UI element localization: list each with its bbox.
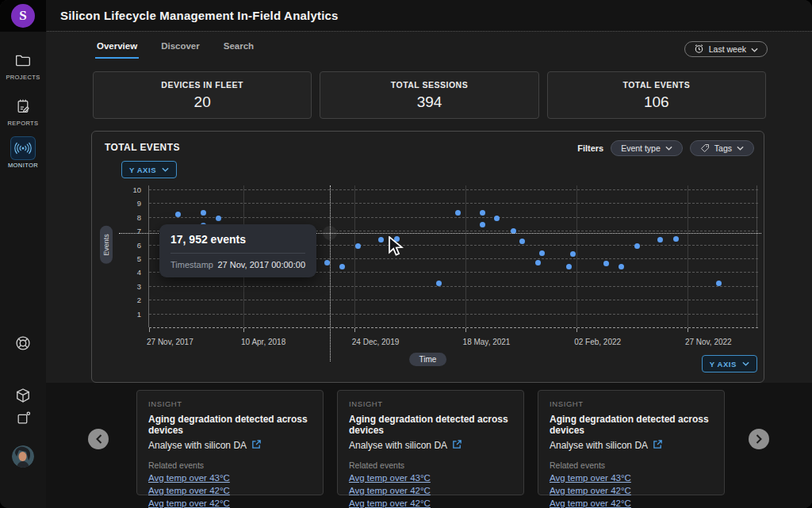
tab-overview[interactable]: Overview <box>95 38 139 59</box>
tooltip-timestamp-label: Timestamp <box>170 260 213 269</box>
chart-filters: Filters Event type Tags <box>577 140 754 156</box>
folder-icon <box>11 49 35 71</box>
x-gridline <box>354 185 355 327</box>
user-avatar-button[interactable] <box>0 445 46 468</box>
app-logo-block[interactable]: S <box>0 0 46 32</box>
sidebar-item-label: PROJECTS <box>6 74 40 81</box>
related-events-label: Related events <box>550 460 713 470</box>
sidebar: PROJECTSREPORTSMONITOR <box>0 32 46 508</box>
y-tick-label: 6 <box>117 240 141 249</box>
related-event-link[interactable]: Avg temp over 43°C <box>349 473 512 483</box>
tab-discover[interactable]: Discover <box>159 38 201 59</box>
stat-value: 394 <box>417 94 442 111</box>
chart-tooltip: 17, 952 events Timestamp 27 Nov, 2017 00… <box>159 224 316 277</box>
data-point[interactable] <box>480 222 485 227</box>
data-point[interactable] <box>436 281 442 286</box>
data-point[interactable] <box>175 212 181 217</box>
x-axis-tick <box>576 328 577 332</box>
related-event-link[interactable]: Avg temp over 42°C <box>550 498 713 508</box>
x-axis-tick <box>465 328 466 332</box>
insight-eyebrow: INSIGHT <box>550 399 713 408</box>
analyse-with-silicon-da-link[interactable]: Analyse with silicon DA <box>550 439 713 452</box>
related-event-link[interactable]: Avg temp over 42°C <box>349 486 512 495</box>
stat-label: DEVICES IN FLEET <box>161 80 243 90</box>
stat-label: TOTAL EVENTS <box>622 80 690 90</box>
x-tick-label: 10 Apr, 2018 <box>241 338 285 346</box>
app-logo: S <box>11 4 35 28</box>
y-axis-selector-top[interactable]: Y AXIS <box>121 161 177 178</box>
data-point[interactable] <box>657 237 663 243</box>
related-events-label: Related events <box>349 460 512 470</box>
report-icon <box>11 95 35 117</box>
data-point[interactable] <box>619 264 624 269</box>
x-axis-line <box>149 327 758 328</box>
y-tick-label: 7 <box>117 227 141 235</box>
app-header: S Silicon Lifecycle Management In-Field … <box>0 0 812 32</box>
tags-filter[interactable]: Tags <box>690 140 754 156</box>
y-tick-label: 8 <box>117 212 141 221</box>
x-tick-label: 18 May, 2021 <box>463 338 511 346</box>
data-point[interactable] <box>355 243 361 249</box>
insight-title: Aging degradation detected across device… <box>349 414 512 436</box>
main-content: OverviewDiscoverSearch Last week DEVICES… <box>46 32 812 508</box>
analyse-with-silicon-da-link[interactable]: Analyse with silicon DA <box>148 439 312 452</box>
related-event-link[interactable]: Avg temp over 42°C <box>148 486 312 495</box>
related-event-link[interactable]: Avg temp over 42°C <box>148 498 312 508</box>
y-tick-label: 4 <box>117 268 141 277</box>
chevron-down-icon <box>742 361 749 366</box>
related-events-label: Related events <box>148 460 312 470</box>
insight-eyebrow: INSIGHT <box>349 399 512 408</box>
x-axis-label-pill: Time <box>409 353 447 366</box>
data-point[interactable] <box>394 236 400 242</box>
data-point[interactable] <box>716 281 722 286</box>
data-point[interactable] <box>570 251 576 257</box>
related-event-link[interactable]: Avg temp over 43°C <box>148 473 312 483</box>
data-point[interactable] <box>455 210 461 216</box>
x-axis-tick <box>688 328 688 332</box>
y-tick-label: 2 <box>117 296 141 304</box>
sidebar-item-projects[interactable]: PROJECTS <box>0 49 46 81</box>
data-point[interactable] <box>378 237 384 243</box>
sidebar-item-reports[interactable]: REPORTS <box>0 95 46 127</box>
y-gridline <box>149 189 758 190</box>
data-point[interactable] <box>535 260 541 265</box>
data-point[interactable] <box>494 216 500 221</box>
data-point[interactable] <box>539 250 545 256</box>
new-window-icon <box>16 411 31 429</box>
data-point[interactable] <box>324 260 330 265</box>
help-ring-button[interactable] <box>0 334 46 355</box>
cube-button[interactable] <box>0 388 46 407</box>
data-point[interactable] <box>519 239 525 244</box>
data-point[interactable] <box>201 210 206 216</box>
sidebar-item-monitor[interactable]: MONITOR <box>0 137 46 169</box>
related-event-link[interactable]: Avg temp over 43°C <box>550 473 713 483</box>
analyse-with-silicon-da-link[interactable]: Analyse with silicon DA <box>349 439 512 452</box>
stats-row: DEVICES IN FLEET20TOTAL SESSIONS394TOTAL… <box>93 71 766 119</box>
total-events-chart-panel: TOTAL EVENTS Filters Event type Tags Y A… <box>91 131 764 383</box>
data-point[interactable] <box>634 243 640 249</box>
related-event-link[interactable]: Avg temp over 42°C <box>550 486 713 495</box>
y-gridline <box>149 314 758 315</box>
carousel-next-button[interactable] <box>749 429 769 449</box>
related-event-link[interactable]: Avg temp over 42°C <box>349 498 512 508</box>
y-tick-label: 1 <box>117 309 141 318</box>
tag-icon <box>700 143 710 153</box>
insight-action-label: Analyse with silicon DA <box>148 440 247 451</box>
data-point[interactable] <box>603 261 609 266</box>
stat-label: TOTAL SESSIONS <box>391 80 468 90</box>
x-tick-label: 24 Dec, 2019 <box>352 338 400 346</box>
data-point[interactable] <box>480 210 485 216</box>
data-point[interactable] <box>216 216 221 221</box>
carousel-previous-button[interactable] <box>88 429 109 449</box>
event-type-filter[interactable]: Event type <box>611 140 683 156</box>
y-tick-label: 5 <box>117 254 141 263</box>
data-point[interactable] <box>673 236 679 242</box>
time-range-selector[interactable]: Last week <box>684 41 768 57</box>
data-point[interactable] <box>566 264 572 269</box>
data-point[interactable] <box>339 264 345 269</box>
insight-action-label: Analyse with silicon DA <box>349 440 447 451</box>
filters-label: Filters <box>577 143 603 153</box>
tab-search[interactable]: Search <box>222 38 255 59</box>
new-window-button[interactable] <box>0 411 46 429</box>
y-axis-selector-bottom[interactable]: Y AXIS <box>702 355 757 372</box>
